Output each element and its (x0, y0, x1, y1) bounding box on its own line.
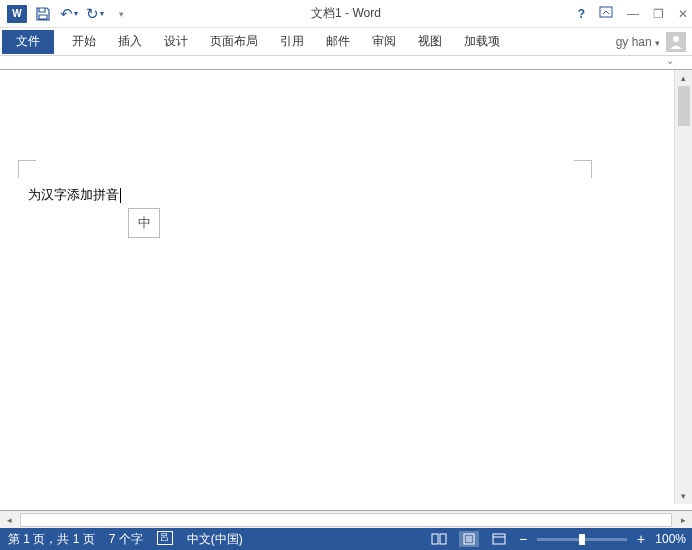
quick-access-toolbar: W ↶▾ ↻▾ ▾ (0, 0, 134, 27)
word-app-icon[interactable]: W (4, 2, 30, 26)
zoom-out-button[interactable]: − (519, 531, 527, 547)
word-count[interactable]: 7 个字 (109, 531, 143, 548)
document-area[interactable]: 为汉字添加拼音 中 (0, 70, 692, 504)
help-button[interactable]: ? (578, 7, 585, 21)
scroll-down-icon[interactable]: ▾ (675, 488, 692, 504)
ribbon-tabs: 开始 插入 设计 页面布局 引用 邮件 审阅 视图 加载项 (72, 33, 500, 50)
save-button[interactable] (30, 2, 56, 26)
close-button[interactable]: ✕ (678, 7, 688, 21)
tab-layout[interactable]: 页面布局 (210, 33, 258, 50)
scroll-right-icon[interactable]: ▸ (674, 515, 692, 525)
page-margin-corner (574, 160, 592, 178)
tab-view[interactable]: 视图 (418, 33, 442, 50)
svg-rect-15 (493, 534, 505, 544)
ribbon-collapse-bar: ⌄ (0, 56, 692, 70)
vertical-scrollbar[interactable]: ▴ ▾ (674, 70, 692, 504)
svg-rect-7 (600, 7, 612, 17)
restore-button[interactable]: ❐ (653, 7, 664, 21)
undo-button[interactable]: ↶▾ (56, 2, 82, 26)
tab-insert[interactable]: 插入 (118, 33, 142, 50)
zoom-slider-knob[interactable] (579, 534, 585, 545)
tab-addins[interactable]: 加载项 (464, 33, 500, 50)
ime-indicator[interactable]: 中 (128, 208, 160, 238)
scroll-thumb[interactable] (678, 86, 690, 126)
tab-mailings[interactable]: 邮件 (326, 33, 350, 50)
scroll-left-icon[interactable]: ◂ (0, 515, 18, 525)
print-layout-icon[interactable] (459, 531, 479, 547)
title-bar: W ↶▾ ↻▾ ▾ 文档1 - Word ? — ❐ ✕ (0, 0, 692, 28)
status-bar: 第 1 页，共 1 页 7 个字 呂 中文(中国) − + 100% (0, 528, 692, 550)
text-cursor (120, 188, 121, 203)
tab-review[interactable]: 审阅 (372, 33, 396, 50)
scroll-up-icon[interactable]: ▴ (675, 70, 692, 86)
expand-ribbon-icon[interactable]: ⌄ (666, 55, 674, 66)
language-indicator[interactable]: 中文(中国) (187, 531, 243, 548)
page-indicator[interactable]: 第 1 页，共 1 页 (8, 531, 95, 548)
svg-rect-9 (432, 534, 438, 544)
horizontal-scrollbar[interactable]: ◂ ▸ (0, 510, 692, 528)
document-text[interactable]: 为汉字添加拼音 (28, 186, 121, 204)
tab-design[interactable]: 设计 (164, 33, 188, 50)
svg-rect-10 (440, 534, 446, 544)
window-title: 文档1 - Word (311, 5, 381, 22)
ribbon: 文件 开始 插入 设计 页面布局 引用 邮件 审阅 视图 加载项 gy han … (0, 28, 692, 56)
zoom-in-button[interactable]: + (637, 531, 645, 547)
tab-home[interactable]: 开始 (72, 33, 96, 50)
zoom-slider[interactable] (537, 538, 627, 541)
qat-customize-button[interactable]: ▾ (108, 2, 134, 26)
file-tab[interactable]: 文件 (2, 30, 54, 54)
user-avatar-icon[interactable] (666, 32, 686, 52)
page-margin-corner (18, 160, 36, 178)
user-name[interactable]: gy han ▾ (616, 35, 660, 49)
redo-button[interactable]: ↻▾ (82, 2, 108, 26)
web-layout-icon[interactable] (489, 531, 509, 547)
proofing-icon[interactable]: 呂 (157, 531, 173, 545)
zoom-level[interactable]: 100% (655, 532, 686, 546)
read-mode-icon[interactable] (429, 531, 449, 547)
hscroll-track[interactable] (20, 513, 672, 527)
ribbon-display-options[interactable] (599, 6, 613, 21)
tab-references[interactable]: 引用 (280, 33, 304, 50)
svg-point-8 (673, 36, 679, 42)
hscroll-thumb[interactable] (21, 514, 111, 526)
minimize-button[interactable]: — (627, 7, 639, 21)
